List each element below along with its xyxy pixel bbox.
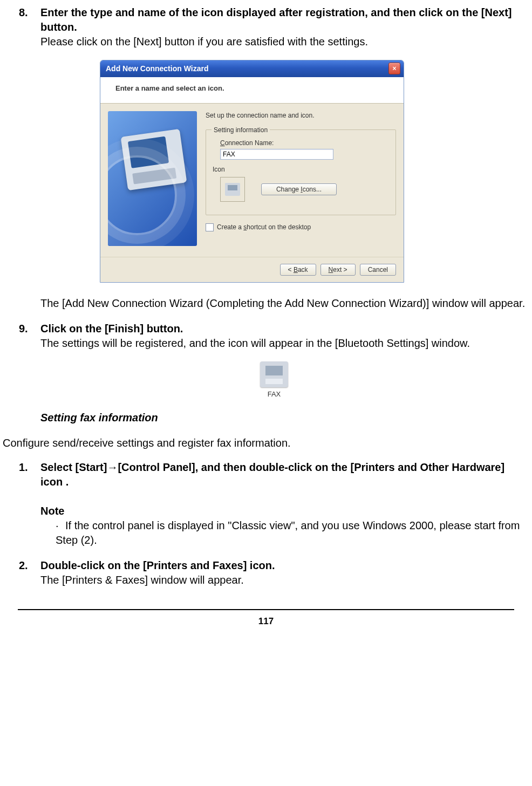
setting-information-group: Setting information Connection Name: Ico…: [206, 129, 396, 215]
dialog-banner: Enter a name and select an icon.: [100, 77, 404, 104]
step-number: 9.: [19, 322, 35, 336]
change-icons-button[interactable]: Change Icons...: [261, 183, 337, 195]
dialog-title: Add New Connection Wizard: [106, 64, 208, 74]
fax-icon: [260, 361, 288, 387]
step1-title: Select [Start]→[Control Panel], and then…: [40, 461, 504, 488]
step2-title: Double-click on the [Printers and Faxes]…: [40, 559, 275, 571]
shortcut-checkbox[interactable]: [206, 223, 214, 231]
group-legend: Setting information: [212, 126, 270, 134]
dialog-prompt: Set up the connection name and icon.: [206, 111, 396, 120]
back-button[interactable]: < Back: [280, 264, 316, 276]
wizard-dialog: Add New Connection Wizard × Enter a name…: [100, 60, 404, 283]
step-number: 8.: [19, 5, 35, 20]
step8-title: Enter the type and name of the icon disp…: [40, 6, 512, 33]
step2-body: The [Printers & Faxes] window will appea…: [40, 574, 244, 586]
icon-preview: [220, 177, 245, 202]
section-heading: Setting fax information: [40, 412, 158, 423]
close-icon[interactable]: ×: [388, 63, 400, 74]
bullet-icon: ·: [56, 518, 65, 533]
fax-icon: [225, 183, 240, 196]
icon-label: Icon: [213, 165, 389, 174]
fax-icon-label: FAX: [253, 389, 296, 399]
step9-body: The settings will be registered, and the…: [40, 337, 470, 349]
next-button[interactable]: Next >: [320, 264, 356, 276]
connection-name-input[interactable]: [220, 149, 333, 160]
step-number: 1.: [19, 460, 35, 475]
dialog-titlebar: Add New Connection Wizard ×: [100, 60, 404, 77]
note-body: If the control panel is displayed in "Cl…: [56, 520, 520, 546]
shortcut-label: Create a shortcut on the desktop: [217, 223, 311, 231]
step9-title: Click on the [Finish] button.: [40, 323, 183, 334]
page-number: 117: [3, 616, 529, 628]
cancel-button[interactable]: Cancel: [360, 264, 396, 276]
connection-name-label: Connection Name:: [220, 139, 389, 147]
fax-result-icon-block: FAX: [253, 361, 296, 399]
note-label: Note: [40, 505, 64, 517]
step8-body: Please click on the [Next] button if you…: [40, 36, 368, 47]
footer-rule: [18, 609, 514, 610]
wizard-side-image: [108, 111, 197, 246]
step-number: 2.: [19, 558, 35, 573]
section-intro: Configure send/receive settings and regi…: [3, 437, 291, 449]
post-step8-text: The [Add New Connection Wizard (Completi…: [40, 297, 525, 309]
